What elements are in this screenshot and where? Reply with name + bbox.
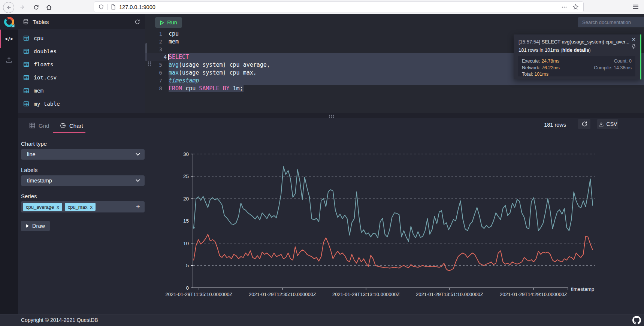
browser-forward-button[interactable] <box>17 2 28 12</box>
execute-value: 24.78ms <box>541 58 559 64</box>
series-label: Series <box>21 193 37 199</box>
table-name: cpu <box>34 35 43 41</box>
table-icon <box>23 61 29 67</box>
count-label: Count: <box>614 58 628 64</box>
add-series-button[interactable]: + <box>136 203 140 211</box>
pie-chart-icon <box>60 123 66 129</box>
left-rail: </> <box>0 14 18 314</box>
notification-close-icon[interactable]: ✕ <box>632 37 636 42</box>
pane-splitter[interactable] <box>18 113 644 118</box>
notification-pin-icon[interactable] <box>632 44 636 49</box>
github-icon <box>632 316 641 325</box>
table-row[interactable]: cpu <box>18 31 145 45</box>
table-list: cpudoublesfloatsiot.csvmemmy_table <box>18 29 145 110</box>
table-name: doubles <box>34 48 57 54</box>
series-input[interactable]: cpu_averagexcpu_maxx + <box>21 201 145 212</box>
splitter-drag-handle[interactable] <box>329 115 334 118</box>
table-name: my_table <box>34 101 60 107</box>
shield-icon <box>99 4 104 10</box>
tables-title: Tables <box>33 19 134 25</box>
code-line[interactable]: 8FROM cpu SAMPLE BY 1m; <box>145 85 644 93</box>
labels-label: Labels <box>21 167 37 173</box>
tab-grid[interactable]: Grid <box>29 118 49 133</box>
url-bar[interactable]: 127.0.0.1:9000 <box>94 1 584 12</box>
result-refresh-button[interactable] <box>578 119 590 129</box>
forward-arrow-icon <box>20 4 25 10</box>
tab-grid-label: Grid <box>39 123 49 129</box>
download-icon <box>598 121 604 127</box>
query-notification: [15:57:54] SELECT avg(usage_system) cpu_… <box>514 34 641 79</box>
run-button[interactable]: Run <box>155 17 182 28</box>
page-icon <box>111 4 116 10</box>
chevron-down-icon <box>136 153 140 156</box>
browser-home-button[interactable] <box>43 2 54 12</box>
browser-back-button[interactable] <box>3 2 14 13</box>
questdb-console-screen: 127.0.0.1:9000 </> Tables cpudoublesfloa… <box>0 0 644 326</box>
rail-item-import[interactable] <box>0 52 18 67</box>
tab-chart-label: Chart <box>69 123 83 129</box>
table-row[interactable]: floats <box>18 58 145 71</box>
browser-refresh-button[interactable] <box>31 2 41 12</box>
code-icon: </> <box>5 36 13 42</box>
table-name: iot.csv <box>34 75 57 81</box>
series-chip[interactable]: cpu_maxx <box>65 203 96 211</box>
line-number: 1 <box>145 30 162 38</box>
table-row[interactable]: my_table <box>18 97 145 110</box>
download-csv-button[interactable]: CSV <box>597 119 618 129</box>
grid-icon <box>29 123 35 129</box>
table-icon <box>23 48 29 54</box>
table-icon <box>23 88 29 94</box>
questdb-logo[interactable] <box>0 14 18 30</box>
tables-refresh-icon[interactable] <box>134 19 140 25</box>
notification-summary-row: 181 rows in 101ms (hide details) <box>518 47 591 53</box>
code-text: mem <box>169 38 179 46</box>
table-row[interactable]: mem <box>18 84 145 97</box>
total-label: Total: <box>522 72 533 77</box>
draw-button[interactable]: Draw <box>21 221 50 231</box>
code-text: max(usage_system) cpu_max, <box>169 69 257 77</box>
tab-chart[interactable]: Chart <box>60 118 83 133</box>
page-actions-icon[interactable] <box>561 4 567 10</box>
labels-select[interactable]: timestamp <box>21 175 145 186</box>
rail-item-console[interactable]: </> <box>0 30 18 48</box>
search-documentation-input[interactable] <box>578 17 644 27</box>
refresh-icon <box>33 4 39 10</box>
line-number: 4 <box>145 53 167 61</box>
network-value: 76.22ms <box>542 65 560 70</box>
run-play-icon <box>160 20 164 25</box>
notification-query-text: SELECT avg(usage_system) cpu_aver... <box>540 39 629 45</box>
copyright-text: Copyright © 2014-2021 QuestDB <box>21 317 98 323</box>
notification-query-row: [15:57:54] SELECT avg(usage_system) cpu_… <box>518 39 631 45</box>
table-icon <box>23 75 29 81</box>
chart-type-label: Chart type <box>21 141 47 147</box>
hide-details-link[interactable]: hide details <box>562 47 589 53</box>
line-number: 2 <box>145 38 162 46</box>
series-chip-remove-icon[interactable]: x <box>57 204 59 210</box>
table-row[interactable]: iot.csv <box>18 71 145 84</box>
notification-timestamp: [15:57:54] <box>518 39 540 45</box>
run-button-label: Run <box>167 19 177 25</box>
series-chips: cpu_averagexcpu_maxx <box>23 203 96 211</box>
database-icon <box>23 19 29 25</box>
code-text: cpu <box>169 30 179 38</box>
code-text: timestamp <box>169 77 199 85</box>
home-icon <box>46 4 52 10</box>
csv-button-label: CSV <box>607 121 617 127</box>
execute-label: Execute: <box>522 58 540 64</box>
code-text: avg(usage_system) cpu_average, <box>169 61 270 69</box>
labels-value: timestamp <box>27 178 136 184</box>
series-chip-remove-icon[interactable]: x <box>90 204 93 210</box>
chart-type-select[interactable]: line <box>21 149 145 160</box>
code-text: FROM cpu SAMPLE BY 1m; <box>169 85 243 93</box>
menu-button[interactable] <box>633 4 639 10</box>
table-name: mem <box>34 88 43 94</box>
text-cursor <box>168 54 169 60</box>
table-row[interactable]: doubles <box>18 45 145 58</box>
github-link[interactable] <box>632 316 641 325</box>
line-number: 7 <box>145 77 162 85</box>
url-text[interactable]: 127.0.0.1:9000 <box>119 4 155 10</box>
draw-play-icon <box>26 224 29 228</box>
notification-rows-summary: 181 rows in 101ms <box>518 47 561 53</box>
bookmark-star-icon[interactable] <box>572 4 579 10</box>
series-chip[interactable]: cpu_averagex <box>23 203 62 211</box>
